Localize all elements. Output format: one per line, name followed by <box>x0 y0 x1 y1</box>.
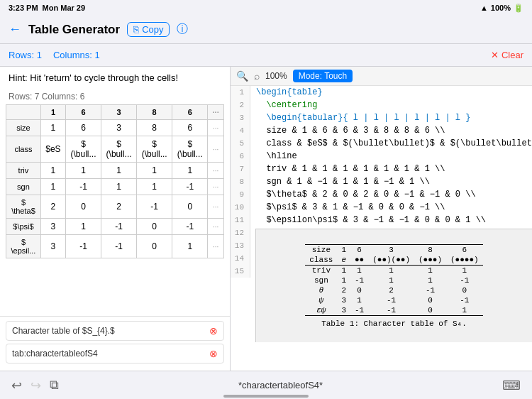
cell[interactable]: 0 <box>137 235 172 258</box>
code-line-11: 11 $\epsilon\psi$ & 3 & −1 & −1 & 0 & 0 … <box>231 214 532 226</box>
cell[interactable]: -1 <box>101 235 137 258</box>
line-number: 5 <box>231 137 250 150</box>
clear-button[interactable]: ✕ Clear <box>491 50 523 60</box>
cell[interactable]: $(\bull... <box>101 136 137 163</box>
row-dots: ··· <box>208 195 224 219</box>
preview-cell: θ <box>305 285 337 295</box>
cell[interactable]: 2 <box>40 195 65 219</box>
preview-cell: 2 <box>337 285 350 295</box>
preview-cell: 8 <box>414 244 446 255</box>
copy-nav-button[interactable]: ⧉ <box>50 378 59 393</box>
line-content: triv & 1 & 1 & 1 & 1 & 1 & 1 & 1 \\ <box>250 163 445 175</box>
redo-button[interactable]: ↪ <box>31 378 41 393</box>
data-table-container: 1 6 3 8 6 ··· size 1 6 3 8 6 <box>0 104 230 316</box>
row-label-sgn: sgn <box>6 179 41 195</box>
cell[interactable]: 6 <box>172 120 208 136</box>
undo-button[interactable]: ↩ <box>11 378 22 393</box>
cell[interactable]: 1 <box>40 163 65 179</box>
preview-cell: 1 <box>337 244 350 255</box>
tab-label-text: tab:charactertableofS4 <box>12 349 209 359</box>
line-number: 3 <box>231 111 250 124</box>
preview-cell: 3 <box>337 295 350 305</box>
code-line-3: 3 \begin{tabular}{ l | l | l | l | l | l… <box>231 111 532 124</box>
back-button[interactable]: ← <box>9 22 21 37</box>
code-line-1: 1 \begin{table} <box>231 86 532 99</box>
copy-icon: ⎘ <box>133 24 139 35</box>
time-display: 3:23 PM <box>9 4 38 12</box>
copy-button[interactable]: ⎘ Copy <box>127 22 170 37</box>
row-dots: ··· <box>208 120 224 136</box>
preview-cell: -1 <box>414 285 446 295</box>
cell[interactable]: 1 <box>137 163 172 179</box>
line-content: \begin{table} <box>250 86 323 99</box>
line-content: \begin{tabular}{ l | l | l | l | l | l } <box>250 111 470 124</box>
cell[interactable]: 1 <box>40 179 65 195</box>
row-dots: ··· <box>208 219 224 235</box>
battery-display: 100% <box>491 4 511 12</box>
cell[interactable]: 6 <box>65 120 101 136</box>
cell[interactable]: 3 <box>101 120 137 136</box>
line-content: size & 1 & 6 & 6 & 3 & 8 & 8 & 6 \\ <box>250 124 445 137</box>
rows-control[interactable]: Rows: 1 <box>9 50 42 60</box>
cell[interactable]: -1 <box>65 179 101 195</box>
cell[interactable]: 3 <box>40 219 65 235</box>
cell[interactable]: 0 <box>137 219 172 235</box>
preview-cell: 1 <box>446 265 483 275</box>
cell[interactable]: 3 <box>40 235 65 258</box>
main-area: Hint: Hit 'return' to cycle through the … <box>0 67 532 371</box>
search-next-button[interactable]: ⌕ <box>254 70 260 82</box>
line-number: 1 <box>231 86 250 99</box>
cell[interactable]: 1 <box>65 163 101 179</box>
line-content: \centering <box>250 99 317 111</box>
cell[interactable]: 0 <box>65 195 101 219</box>
preview-cell: εψ <box>305 305 337 316</box>
cell[interactable]: 1 <box>172 163 208 179</box>
cell[interactable]: $(\bull... <box>65 136 101 163</box>
table-row: triv 1 1 1 1 1 ··· <box>6 163 224 179</box>
line-number: 9 <box>231 188 250 201</box>
cell[interactable]: 1 <box>137 179 172 195</box>
preview-cell: 0 <box>446 285 483 295</box>
cell[interactable]: 1 <box>101 163 137 179</box>
preview-class-row: class e ●● (●●)(●●) (●●●) (●●●●) <box>305 255 482 266</box>
preview-cell: size <box>305 244 337 255</box>
cell[interactable]: -1 <box>172 179 208 195</box>
info-button[interactable]: ⓘ <box>177 22 188 37</box>
caption-label-text: Character table of $S_{4}.$ <box>12 326 209 336</box>
table-header-row: 1 6 3 8 6 ··· <box>6 105 224 120</box>
cell[interactable]: -1 <box>65 235 101 258</box>
tab-delete-button[interactable]: ⊗ <box>209 348 218 359</box>
cell[interactable]: 1 <box>40 120 65 136</box>
mode-button[interactable]: Mode: Touch <box>293 70 353 82</box>
cell[interactable]: $eS <box>40 136 65 163</box>
preview-table: size 1 6 3 8 6 class e ●● (●●)(●●) (●●●)… <box>305 244 482 316</box>
cell[interactable]: 2 <box>101 195 137 219</box>
cell[interactable]: 0 <box>172 195 208 219</box>
preview-cell: -1 <box>446 295 483 305</box>
preview-cell: 1 <box>414 275 446 285</box>
cell[interactable]: -1 <box>172 219 208 235</box>
search-button[interactable]: 🔍 <box>236 70 248 82</box>
line-number: 6 <box>231 150 250 163</box>
caption-delete-button[interactable]: ⊗ <box>209 325 218 337</box>
columns-control[interactable]: Columns: 1 <box>53 50 100 60</box>
cell[interactable]: 8 <box>137 120 172 136</box>
code-line-8: 8 sgn & 1 & −1 & 1 & 1 & −1 & 1 \\ <box>231 175 532 188</box>
cell[interactable]: -1 <box>101 219 137 235</box>
preview-cell: -1 <box>446 275 483 285</box>
label-row-caption[interactable]: Character table of $S_{4}.$ ⊗ <box>6 321 224 341</box>
cell[interactable]: 1 <box>172 235 208 258</box>
keyboard-button[interactable]: ⌨ <box>502 378 521 393</box>
cell[interactable]: 1 <box>65 219 101 235</box>
label-row-tab[interactable]: tab:charactertableofS4 ⊗ <box>6 344 224 364</box>
cell[interactable]: -1 <box>137 195 172 219</box>
row-dots: ··· <box>208 163 224 179</box>
cell[interactable]: $(\bull... <box>172 136 208 163</box>
cell[interactable]: 1 <box>101 179 137 195</box>
preview-cell: 1 <box>368 265 414 275</box>
cell[interactable]: $(\bull... <box>137 136 172 163</box>
status-right: ▲ 100% 🔋 <box>480 4 523 13</box>
col-header-8: 8 <box>137 105 172 120</box>
label-rows: Character table of $S_{4}.$ ⊗ tab:charac… <box>0 316 230 371</box>
row-label-epsilon: $\epsil... <box>6 235 41 258</box>
